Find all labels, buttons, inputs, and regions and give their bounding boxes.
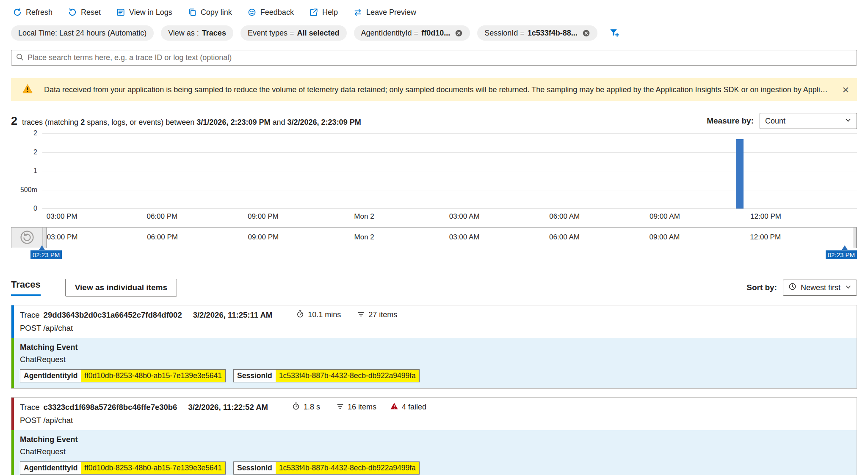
- brush-handle-right[interactable]: [853, 228, 857, 248]
- remove-agent-filter-icon[interactable]: [455, 29, 463, 37]
- brush-markers: 02:23 PM 02:23 PM: [11, 248, 857, 262]
- stopwatch-icon: [292, 402, 300, 412]
- trace-request-section[interactable]: Trace c3323cd1f698a5726f8bc46ffe7e30b6 3…: [11, 398, 857, 430]
- matching-event-properties: AgentIdentityId ff0d10db-8253-48b0-ab15-…: [20, 461, 850, 475]
- trace-id: 29dd3643b2d0c31a66452c7fd84df002: [44, 310, 182, 320]
- matching-event-section: Matching Event ChatRequest AgentIdentity…: [11, 338, 857, 388]
- property-key: AgentIdentityId: [20, 370, 81, 382]
- add-filter-button[interactable]: [609, 27, 620, 39]
- chart-x-axis: 03:00 PM 06:00 PM 09:00 PM Mon 2 03:00 A…: [42, 209, 857, 223]
- summary-start-time: 3/1/2026, 2:23:09 PM: [196, 118, 270, 126]
- x-tick-label: Mon 2: [354, 212, 374, 221]
- filter-pill-bar: Local Time: Last 24 hours (Automatic) Vi…: [11, 25, 857, 41]
- trace-count: 2: [11, 115, 17, 127]
- x-tick-label: 03:00 PM: [47, 212, 77, 221]
- stopwatch-icon: [296, 310, 304, 320]
- trace-id: c3323cd1f698a5726f8bc46ffe7e30b6: [44, 403, 177, 412]
- reset-label: Reset: [81, 8, 101, 17]
- copy-link-button[interactable]: Copy link: [188, 8, 232, 17]
- gridline: [42, 171, 857, 171]
- brush-tick-label: 03:00 PM: [47, 233, 78, 242]
- chart-plot-area[interactable]: [42, 133, 857, 209]
- trace-request-section[interactable]: Trace 29dd3643b2d0c31a66452c7fd84df002 3…: [11, 305, 857, 338]
- brush-box[interactable]: 03:00 PM 06:00 PM 09:00 PM Mon 2 03:00 A…: [11, 227, 857, 248]
- trace-items-count: 16 items: [348, 403, 376, 412]
- items-count-icon: [336, 402, 344, 412]
- chevron-down-icon: [845, 117, 851, 126]
- brush-tick-label: 06:00 PM: [147, 233, 178, 242]
- x-tick-label: 09:00 PM: [248, 212, 279, 221]
- y-tick-label: 2: [33, 148, 37, 156]
- leave-preview-button[interactable]: Leave Preview: [353, 8, 416, 17]
- search-input[interactable]: [28, 53, 852, 62]
- property-key: SessionId: [234, 462, 276, 474]
- external-link-icon: [309, 8, 318, 17]
- trace-duration: 10.1 mins: [308, 310, 341, 319]
- brush-track[interactable]: 03:00 PM 06:00 PM 09:00 PM Mon 2 03:00 A…: [43, 228, 857, 248]
- time-range-pill-label: Local Time: Last 24 hours (Automatic): [18, 29, 147, 38]
- feedback-icon: [247, 8, 257, 17]
- tab-traces[interactable]: Traces: [11, 279, 41, 296]
- feedback-button[interactable]: Feedback: [247, 8, 294, 17]
- measure-by-value: Count: [765, 117, 785, 126]
- trace-prefix: Trace: [20, 403, 40, 412]
- banner-close-icon[interactable]: ✕: [842, 85, 849, 94]
- brush-end-time: 02:23 PM: [826, 250, 857, 259]
- view-in-logs-label: View in Logs: [129, 8, 172, 17]
- brush-end-marker-icon[interactable]: [842, 245, 848, 250]
- brush-handle-left[interactable]: [43, 228, 47, 248]
- summary-text-1: traces (matching: [22, 118, 78, 126]
- brush-tick-label: 03:00 AM: [449, 233, 480, 242]
- refresh-label: Refresh: [26, 8, 53, 17]
- view-individual-items-button[interactable]: View as individual items: [65, 279, 177, 297]
- refresh-button[interactable]: Refresh: [13, 8, 53, 17]
- view-in-logs-icon: [116, 8, 125, 17]
- copy-link-label: Copy link: [201, 8, 232, 17]
- gridline: [42, 133, 857, 134]
- trace-card[interactable]: Trace c3323cd1f698a5726f8bc46ffe7e30b6 3…: [11, 397, 857, 475]
- view-in-logs-button[interactable]: View in Logs: [116, 8, 172, 17]
- agent-identity-pill-label: AgentIdentityId =: [361, 29, 419, 38]
- brush-tick-label: 09:00 AM: [649, 233, 680, 242]
- measure-by-select[interactable]: Count: [760, 113, 857, 129]
- sampling-warning-text: Data received from your application is b…: [44, 85, 831, 94]
- x-tick-label: 12:00 PM: [750, 212, 781, 221]
- warning-icon: [22, 83, 33, 96]
- property-chip-agent-identity[interactable]: AgentIdentityId ff0d10db-8253-48b0-ab15-…: [20, 461, 226, 475]
- property-chip-session-id[interactable]: SessionId 1c533f4b-887b-4432-8ecb-db922a…: [233, 461, 420, 475]
- y-tick-label: 500m: [20, 186, 37, 194]
- chart-bar[interactable]: [736, 139, 744, 209]
- time-brush: 03:00 PM 06:00 PM 09:00 PM Mon 2 03:00 A…: [11, 227, 857, 262]
- session-id-pill[interactable]: SessionId = 1c533f4b-88...: [477, 25, 597, 41]
- help-button[interactable]: Help: [309, 8, 338, 17]
- trace-count-summary: 2 traces (matching 2 spans, logs, or eve…: [11, 115, 361, 128]
- event-types-pill[interactable]: Event types = All selected: [240, 25, 347, 41]
- remove-session-filter-icon[interactable]: [582, 29, 590, 37]
- property-key: SessionId: [234, 370, 276, 382]
- summary-text-2: spans, logs, or events) between: [87, 118, 194, 126]
- traces-chart: 2 2 1 500m 0: [11, 133, 857, 209]
- trace-failed-count: 4 failed: [402, 403, 426, 412]
- trace-operation: POST /api/chat: [20, 416, 850, 425]
- time-range-pill[interactable]: Local Time: Last 24 hours (Automatic): [11, 25, 154, 41]
- property-value-highlighted: 1c533f4b-887b-4432-8ecb-db922a9499fa: [276, 370, 419, 382]
- gridline: [42, 190, 857, 190]
- property-chip-agent-identity[interactable]: AgentIdentityId ff0d10db-8253-48b0-ab15-…: [20, 369, 226, 382]
- sort-by-value: Newest first: [801, 283, 841, 292]
- matching-event-label: Matching Event: [20, 435, 850, 444]
- trace-prefix: Trace: [20, 310, 40, 320]
- matching-event-properties: AgentIdentityId ff0d10db-8253-48b0-ab15-…: [20, 369, 850, 382]
- trace-card[interactable]: Trace 29dd3643b2d0c31a66452c7fd84df002 3…: [11, 305, 857, 389]
- property-chip-session-id[interactable]: SessionId 1c533f4b-887b-4432-8ecb-db922a…: [233, 369, 420, 382]
- view-as-pill[interactable]: View as : Traces: [161, 25, 233, 41]
- brush-reset-button[interactable]: [11, 228, 43, 248]
- sort-select[interactable]: Newest first: [783, 280, 857, 296]
- brush-start-marker-icon[interactable]: [39, 245, 45, 250]
- failed-warning-icon: [390, 402, 398, 412]
- brush-tick-label: 06:00 AM: [549, 233, 580, 242]
- matching-event-name: ChatRequest: [20, 355, 850, 364]
- search-icon: [16, 53, 24, 63]
- agent-identity-pill[interactable]: AgentIdentityId = ff0d10...: [354, 25, 470, 41]
- x-tick-label: 06:00 PM: [147, 212, 177, 221]
- reset-button[interactable]: Reset: [68, 8, 101, 17]
